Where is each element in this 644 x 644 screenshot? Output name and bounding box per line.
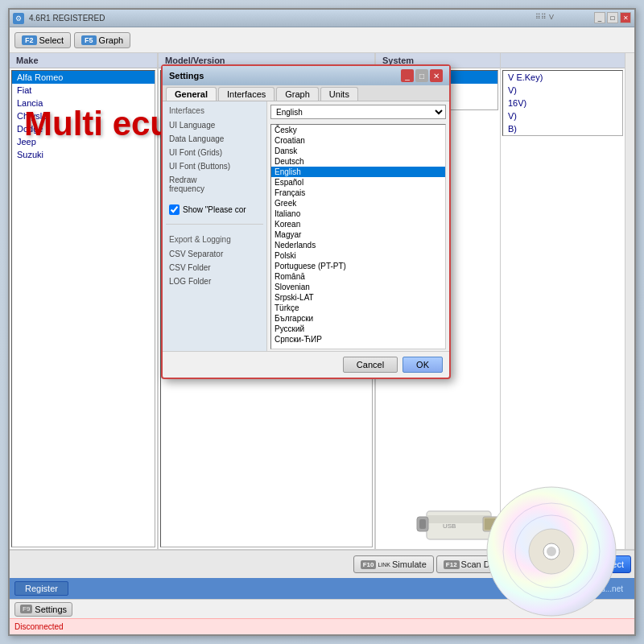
lang-item[interactable]: Croatian <box>271 135 445 146</box>
settings-label: Settings <box>35 605 67 614</box>
ok-button[interactable]: OK <box>402 357 443 373</box>
list-item[interactable]: Jeep <box>12 135 155 148</box>
list-item[interactable]: V E.Key) <box>503 71 622 84</box>
data-language-row: Data Language <box>166 132 263 146</box>
lang-item[interactable]: Italiano <box>271 208 445 219</box>
tab-interfaces[interactable]: Interfaces <box>218 87 275 101</box>
redraw-freq-row: Redraw frequency <box>166 173 263 196</box>
settings-button[interactable]: F9 Settings <box>14 602 72 617</box>
ui-font-buttons-label: UI Font (Buttons) <box>169 162 233 171</box>
select-button[interactable]: F2 Select <box>14 32 71 48</box>
lang-item[interactable]: Portuguese (PT-PT) <box>271 261 445 271</box>
svg-text:USB: USB <box>443 522 456 530</box>
graph-key: F5 <box>81 35 97 45</box>
lang-item[interactable]: Српски-ЋИР <box>271 334 445 345</box>
dialog-body: Interfaces UI Language Data Language UI … <box>163 101 449 351</box>
tab-graph[interactable]: Graph <box>276 87 319 101</box>
show-please-checkbox[interactable] <box>169 204 180 215</box>
dialog-title-bar: Settings _ □ ✕ <box>163 66 449 85</box>
lang-item[interactable]: Español <box>271 177 445 188</box>
close-button[interactable]: ✕ <box>620 12 631 23</box>
csv-sep-row: CSV Separator <box>166 247 263 261</box>
log-folder-label: LOG Folder <box>169 277 233 286</box>
lang-item[interactable]: Türkçe <box>271 303 445 313</box>
simulate-key: F10 <box>361 560 377 569</box>
maximize-button[interactable]: □ <box>607 12 618 23</box>
minimize-button[interactable]: _ <box>594 12 605 23</box>
lang-item[interactable]: Korean <box>271 219 445 229</box>
show-please-label: Show "Please cor <box>183 205 246 214</box>
register-button[interactable]: Register <box>14 581 68 596</box>
status-bar: Disconnected <box>10 618 634 634</box>
lang-item[interactable]: Français <box>271 188 445 198</box>
list-item[interactable]: B) <box>503 122 622 135</box>
tab-general[interactable]: General <box>166 87 217 101</box>
lang-item[interactable]: Deutsch <box>271 156 445 167</box>
ui-font-buttons-row: UI Font (Buttons) <box>166 159 263 173</box>
csv-folder-label: CSV Folder <box>169 263 233 272</box>
show-please-row: Show "Please cor <box>166 202 263 217</box>
cd-disc-icon <box>483 483 620 620</box>
settings-key: F9 <box>20 605 32 613</box>
lang-item[interactable]: Srpski-LAT <box>271 292 445 303</box>
simulate-subkey: LINK <box>378 562 390 568</box>
list-item[interactable]: Dodge <box>12 122 155 135</box>
detail-header <box>501 53 625 68</box>
lang-item[interactable]: Magyar <box>271 229 445 240</box>
ui-language-row: UI Language <box>166 118 263 132</box>
language-list[interactable]: Česky Croatian Dansk Deutsch English Esp… <box>270 124 446 349</box>
dialog-title-text: Settings <box>169 71 204 80</box>
csv-folder-row: CSV Folder <box>166 261 263 275</box>
detail-list[interactable]: V E.Key) V) 16V) V) B) <box>502 70 623 136</box>
lang-item[interactable]: Nederlands <box>271 240 445 250</box>
cancel-button[interactable]: Cancel <box>343 357 398 373</box>
export-section-label: Export & Logging <box>166 233 263 246</box>
app-icon: ⚙ <box>13 13 24 24</box>
list-item[interactable]: Suzuki <box>12 148 155 161</box>
list-item[interactable]: Alfa Romeo <box>12 71 155 84</box>
lang-item[interactable]: Dansk <box>271 146 445 156</box>
lang-item[interactable]: Slovenian <box>271 282 445 292</box>
dialog-close-button[interactable]: ✕ <box>430 69 443 82</box>
window-controls: _ □ ✕ <box>594 12 631 23</box>
tab-units[interactable]: Units <box>320 87 358 101</box>
make-header: Make <box>10 53 157 68</box>
lang-item[interactable]: Greek <box>271 198 445 208</box>
list-item[interactable]: Chrysler <box>12 109 155 122</box>
list-item[interactable]: Lancia <box>12 97 155 109</box>
language-dropdown[interactable]: English <box>270 105 446 119</box>
toolbar: F2 Select F5 Graph <box>10 27 634 53</box>
graph-label: Graph <box>99 35 124 45</box>
svg-rect-5 <box>419 519 426 529</box>
media-container: USB <box>394 459 620 620</box>
dialog-tabs: General Interfaces Graph Units <box>163 85 449 101</box>
list-item[interactable]: 16V) <box>503 97 622 109</box>
svg-rect-1 <box>427 515 491 523</box>
lang-item[interactable]: Polski <box>271 250 445 261</box>
svg-point-12 <box>547 547 556 556</box>
window-title: 4.6R1 REGISTERED <box>29 14 105 23</box>
make-list[interactable]: Alfa Romeo Fiat Lancia Chrysler Dodge Je… <box>11 70 155 547</box>
dialog-left-panel: Interfaces UI Language Data Language UI … <box>163 101 267 351</box>
scrollbar[interactable] <box>625 53 634 549</box>
lang-item[interactable]: Български <box>271 313 445 324</box>
list-item[interactable]: V) <box>503 109 622 122</box>
lang-item[interactable]: Русский <box>271 324 445 334</box>
list-item[interactable]: V) <box>503 84 622 97</box>
dialog-maximize[interactable]: □ <box>415 69 428 82</box>
redraw-freq-label: Redraw frequency <box>169 175 233 193</box>
data-language-label: Data Language <box>169 134 233 143</box>
dialog-right-panel: English Česky Croatian Dansk Deutsch Eng… <box>267 101 449 351</box>
list-item[interactable]: Fiat <box>12 84 155 97</box>
lang-item-english[interactable]: English <box>271 167 445 177</box>
graph-button[interactable]: F5 Graph <box>74 32 130 48</box>
lang-item[interactable]: Česky <box>271 125 445 135</box>
log-folder-row: LOG Folder <box>166 275 263 288</box>
dialog-minimize[interactable]: _ <box>401 69 414 82</box>
interfaces-section: Interfaces <box>166 105 263 117</box>
title-bar: ⚙ 4.6R1 REGISTERED ⠿⠿ V _ □ ✕ <box>10 10 634 27</box>
select-key: F2 <box>22 35 37 45</box>
connection-status: Disconnected <box>14 622 64 631</box>
lang-item[interactable]: Română <box>271 271 445 282</box>
make-panel: Make Alfa Romeo Fiat Lancia Chrysler Dod… <box>10 53 159 549</box>
